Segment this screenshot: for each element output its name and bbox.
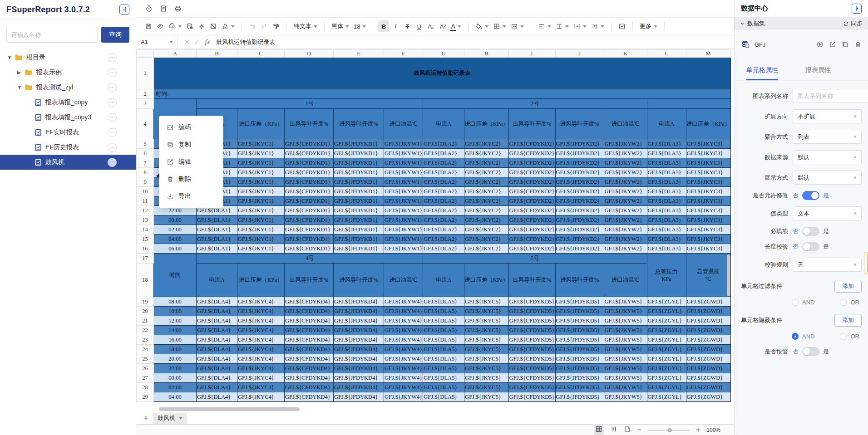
sheet-cell[interactable]: GFJ.${JFDYKD5} [555,383,604,392]
sheet-cell[interactable]: GFJ.${JKYC5} [464,364,509,373]
sheet-cell[interactable]: GFJ.${JKYC1} [237,235,285,244]
row-number[interactable]: 2 [137,89,154,99]
sheet-cell[interactable]: GFJ.${JKYW2} [604,177,647,187]
column-header[interactable]: E [334,50,384,58]
sheet-cell[interactable]: GFJ.${JFDYKD5} [555,345,604,354]
sheet-cell[interactable]: GFJ.${JKYC2} [464,206,509,215]
search-button[interactable]: 查询 [101,27,129,43]
sheet-cell[interactable]: GFJ.${CFDYKD1} [285,149,334,158]
redo-button[interactable] [259,20,270,32]
sheet-cell[interactable]: GFJ.${JFDYKD4} [334,392,384,402]
sheet-cell[interactable]: GFJ.${DLA3} [647,139,686,149]
sheet-cell[interactable]: 进风导叶开度% [334,264,384,297]
select-值类型[interactable]: 文本∨ [793,206,862,220]
sheet-cell[interactable]: GFJ.${JKYC4} [237,345,285,354]
borders-button[interactable] [491,20,508,32]
sheet-cell[interactable]: GFJ.${ZGWD} [686,297,730,307]
sheet-cell[interactable]: GFJ.${JKYC3} [686,139,730,149]
sheet-cell[interactable]: 进口油温℃ [384,264,423,297]
sheet-cell[interactable]: GFJ.${DLA4} [197,354,237,364]
toggle-是否允许修改[interactable] [802,191,819,200]
sheet-cell[interactable]: GFJ.${DLA3} [647,158,686,168]
row-number[interactable]: 13 [137,215,154,225]
sheet-cell[interactable]: 06:00 [154,244,197,254]
sheet-cell[interactable]: GFJ.${JFDYKD1} [334,168,384,177]
sheet-cell[interactable]: GFJ.${DLA4} [197,373,237,383]
sheet-cell[interactable]: GFJ.${JFDYKD5} [555,364,604,373]
item-menu-button[interactable]: ⋯ [108,68,117,77]
search-input[interactable] [6,27,98,43]
context-menu-item-编辑[interactable]: 编辑 [159,153,223,171]
column-header[interactable]: A [154,50,197,58]
sheet-cell[interactable]: GFJ.${JKYC4} [237,297,285,307]
sheet-cell[interactable]: GFJ.${DLA5} [423,297,464,307]
sheet-cell[interactable]: GFJ.${CFDYKD2} [508,168,555,177]
sheet-cell[interactable]: GFJ.${DLA2} [423,168,464,177]
page-break-button[interactable] [624,425,631,435]
sheet-cell[interactable]: GFJ.${JKYC1} [237,206,285,215]
sync-button[interactable]: 同步 [843,20,863,28]
series-name-input[interactable] [793,89,868,103]
undo-button[interactable] [247,20,258,32]
sheet-cell[interactable]: 04:00 [154,235,197,244]
item-menu-button[interactable]: ⋯ [108,98,117,107]
row-number[interactable]: 11 [137,196,154,206]
sheet-cell[interactable]: GFJ.${JKYC1} [237,168,285,177]
sheet-cell[interactable]: GFJ.${JFDYKD1} [334,187,384,196]
sheet-cell[interactable]: GFJ.${JFDYKD4} [334,335,384,345]
context-menu-item-复制[interactable]: 复制 [159,136,223,153]
context-menu-item-编码[interactable]: 编码 [159,119,223,136]
sheet-cell[interactable]: GFJ.${CFDYKD1} [285,215,334,225]
sheet-cell[interactable]: GFJ.${DLA5} [423,383,464,392]
sheet-cell[interactable]: GFJ.${DLA1} [197,244,237,254]
sheet-cell[interactable]: GFJ.${JFDYKD2} [555,168,604,177]
row-number[interactable]: 25 [137,354,154,364]
bold-button[interactable]: B [378,20,389,32]
sheet-cell[interactable]: GFJ.${JKYC3} [686,215,730,225]
sheet-cell[interactable]: GFJ.${JKYW1} [384,139,423,149]
sheet-cell[interactable]: GFJ.${JKYW1} [384,235,423,244]
sheet-cell[interactable]: GFJ.${JFDYKD5} [555,335,604,345]
sheet-cell[interactable]: GFJ.${DLA2} [423,235,464,244]
sheet-cell[interactable]: GFJ.${ZGYL} [647,364,686,373]
sheet-cell[interactable]: GFJ.${JFDYKD4} [334,345,384,354]
caret-down-icon[interactable]: ▼ [7,55,12,60]
sheet-cell[interactable]: GFJ.${JKYC4} [237,383,285,392]
subscript-button[interactable]: A₂ [425,20,436,32]
sheet-cell[interactable]: 电流A [423,109,464,139]
collapse-sidebar-icon[interactable] [119,5,129,15]
sheet-cell[interactable]: GFJ.${DLA3} [647,196,686,206]
sheet-cell[interactable]: GFJ.${DLA2} [423,187,464,196]
sheet-cell[interactable]: GFJ.${CFDYKD4} [285,364,334,373]
sheet-cell[interactable]: GFJ.${DLA4} [197,364,237,373]
sheet-cell[interactable]: 出风导叶开度% [508,109,555,139]
sheet-cell[interactable]: GFJ.${JFDYKD2} [555,177,604,187]
text-wrap-button[interactable] [572,20,588,32]
sheet-cell[interactable]: GFJ.${CFDYKD5} [508,326,555,335]
sheet-cell[interactable]: GFJ.${CFDYKD2} [508,244,555,254]
merge-cells-button[interactable] [509,20,526,32]
sheet-cell[interactable]: 22:00 [154,364,197,373]
tree-folder-1[interactable]: ▶报表示例 ⋯ [0,65,136,80]
font-color-button[interactable]: A [449,20,463,32]
tree-file-3[interactable]: 报表填报_copy ⋯ [0,95,136,110]
tree-folder-2[interactable]: ▼报表测试_zyl ⋯ [0,80,136,95]
sheet-cell[interactable]: 电流A [423,264,464,297]
sheet-cell[interactable]: GFJ.${JFDYKD1} [334,225,384,235]
sheet-cell[interactable]: GFJ.${DLA3} [647,244,686,254]
sheet-cell[interactable]: GFJ.${JKYW5} [604,326,647,335]
sheet-cell[interactable]: GFJ.${ZGYL} [647,335,686,345]
sheet-cell[interactable]: GFJ.${JFDYKD4} [334,297,384,307]
sheet-cell[interactable]: 进口油温℃ [604,109,647,139]
sheet-cell[interactable]: GFJ.${ZGWD} [686,392,730,402]
sheet-cell[interactable]: 进口压差（KPa） [464,264,509,297]
sheet-cell[interactable]: 02:00 [154,225,197,235]
sheet-cell[interactable]: 10:00 [154,307,197,316]
column-header[interactable]: D [285,50,334,58]
select-校验规则[interactable]: 无∨ [793,258,862,272]
sheet-cell[interactable]: GFJ.${JFDYKD2} [555,187,604,196]
sheet-cell[interactable]: GFJ.${JKYC5} [464,335,509,345]
sheet-cell[interactable]: GFJ.${DLA4} [197,383,237,392]
sheet-cell[interactable]: GFJ.${DLA2} [423,244,464,254]
format-painter-button[interactable] [271,20,281,32]
